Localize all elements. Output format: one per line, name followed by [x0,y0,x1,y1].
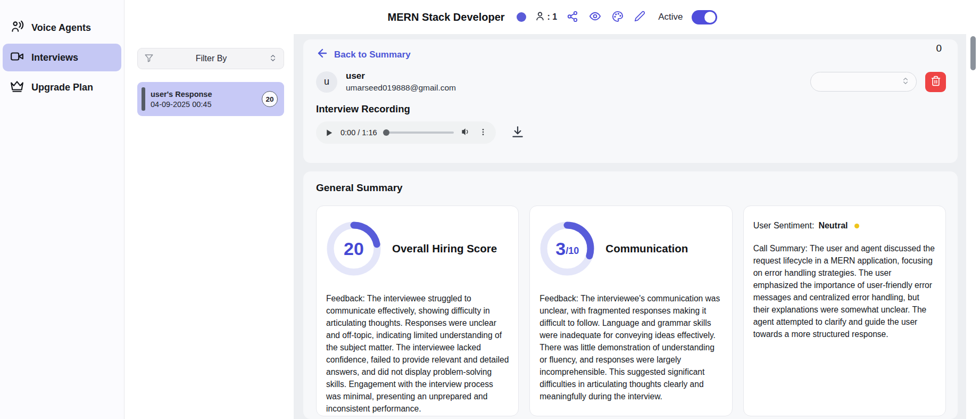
status-dot-icon [517,12,526,22]
hiring-score-title: Overall Hiring Score [392,242,497,255]
hiring-score-feedback: Feedback: The interviewee struggled to c… [326,292,509,415]
communication-title: Communication [605,242,688,255]
recording-heading: Interview Recording [316,103,946,115]
video-camera-icon [10,50,24,66]
communication-card: 3/10 Communication Feedback: The intervi… [529,206,732,416]
person-icon [535,11,545,23]
back-to-summary-label: Back to Summary [334,50,411,60]
top-right-count: 0 [936,43,942,54]
share-button[interactable] [566,10,579,25]
audio-seek-slider[interactable] [383,129,454,136]
palette-icon [612,11,624,24]
trash-icon [931,76,941,88]
sidebar-item-voice-agents[interactable]: Voice Agents [3,14,121,42]
sentiment-card: User Sentiment: Neutral Call Summary: Th… [743,206,946,416]
share-icon [567,11,578,24]
back-to-summary-link[interactable]: Back to Summary [316,47,411,62]
call-summary-text: Call Summary: The user and agent discuss… [753,242,936,340]
filter-by-button[interactable]: Filter By [137,48,284,69]
delete-button[interactable] [925,72,946,92]
audio-menu-button[interactable] [478,127,488,139]
response-date: 04-09-2025 00:45 [151,100,262,109]
scrollbar-thumb[interactable] [970,36,976,70]
page-title: MERN Stack Developer [387,11,504,23]
filter-by-label: Filter By [154,54,269,63]
voice-agents-icon [10,20,24,36]
response-list-item[interactable]: user's Response 04-09-2025 00:45 20 [137,82,284,116]
sidebar-item-interviews[interactable]: Interviews [3,44,121,71]
filter-icon [144,53,154,64]
communication-score-value: 3/10 [539,221,595,276]
hiring-score-value: 20 [326,221,381,276]
active-toggle[interactable] [692,10,717,24]
sidebar-item-upgrade-plan[interactable]: Upgrade Plan [3,73,121,101]
app-root: Voice Agents Interviews Upgrade Plan MER… [0,0,980,419]
volume-button[interactable] [460,126,472,139]
download-icon [511,125,525,141]
avatar: u [316,71,337,93]
download-recording-button[interactable] [510,124,526,142]
drag-handle[interactable] [142,87,145,111]
chevrons-up-down-icon [269,54,277,64]
audio-time: 0:00 / 1:16 [340,128,377,137]
hiring-score-gauge: 20 [326,221,381,276]
user-email: umarseed019888@gmail.com [346,83,456,93]
sentiment-dot-icon [854,224,859,228]
participant-count-value: : 1 [547,12,558,22]
pencil-icon [634,11,645,23]
top-bar: MERN Stack Developer : 1 [124,0,980,34]
edit-button[interactable] [633,10,646,24]
communication-feedback: Feedback: The interviewee's communicatio… [539,292,722,402]
hiring-score-card: 20 Overall Hiring Score Feedback: The in… [316,206,519,416]
participant-count: : 1 [535,11,558,23]
eye-icon [589,10,601,24]
toggle-knob [704,12,716,23]
crown-icon [10,79,24,96]
chevrons-up-down-icon [901,77,910,87]
active-label: Active [658,12,683,22]
scrollbar [966,34,980,419]
general-summary-card: General Summary [303,171,958,419]
sentiment-label: User Sentiment: [753,221,815,231]
main-area: 0 Back to Summary u user umarseed019888@… [294,34,966,419]
audio-player: 0:00 / 1:16 [316,121,496,144]
sidebar-item-label: Upgrade Plan [31,82,93,93]
responses-panel: Filter By user's Response 04-09-2025 00:… [124,34,294,419]
sentiment-value: Neutral [818,221,848,231]
sidebar-item-label: Voice Agents [31,22,91,34]
kebab-menu-icon [479,128,487,138]
candidate-detail-card: 0 Back to Summary u user umarseed019888@… [303,39,958,163]
user-name: user [346,71,456,81]
response-title: user's Response [151,90,262,98]
sidebar-item-label: Interviews [31,52,78,63]
play-button[interactable] [323,127,335,138]
volume-icon [461,127,471,138]
arrow-left-icon [316,47,329,62]
response-score-badge: 20 [262,91,278,107]
audio-thumb[interactable] [383,129,389,136]
communication-gauge: 3/10 [539,221,595,276]
summary-heading: General Summary [316,182,946,194]
sidebar: Voice Agents Interviews Upgrade Plan [0,0,124,419]
preview-button[interactable] [588,9,602,25]
status-select[interactable] [810,72,917,92]
audio-track [383,132,454,134]
theme-button[interactable] [611,10,625,25]
